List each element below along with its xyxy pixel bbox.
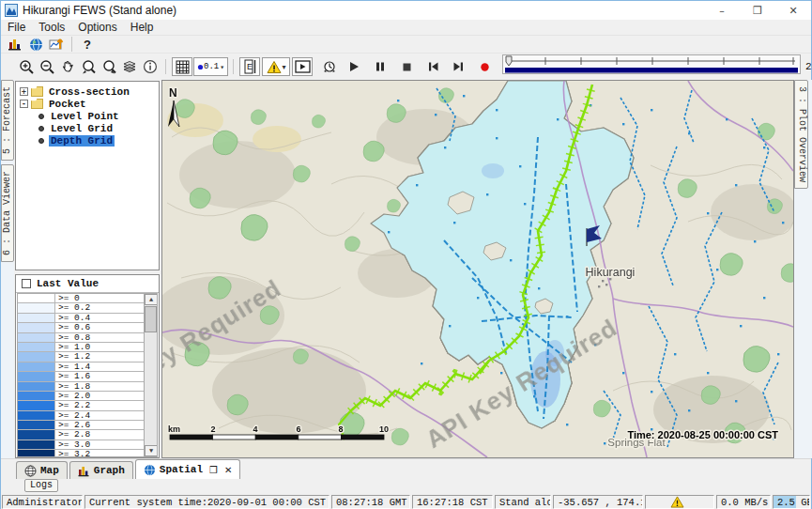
legend-row-label: >= 0 [55,294,80,302]
status-mode: Stand alone [495,495,551,509]
tree-item-level-point[interactable]: Level Point [16,110,159,122]
app-window: Hikurangi FEWS (Stand alone) – ❒ ✕ File … [0,0,812,509]
warning-icon [670,496,684,508]
chart-arrow-icon [49,37,65,52]
warning-dropdown[interactable]: ▾ [262,57,290,76]
record-button[interactable] [474,57,495,76]
warning-icon [267,60,282,74]
toolbar-separator [71,37,72,52]
ruler-button[interactable]: E [239,57,260,76]
scale-tick: 2 [210,424,215,434]
legend-row-label: >= 0.2 [55,303,90,312]
globe-icon [144,464,156,476]
threshold-dropdown[interactable]: 0.1 ▾ [193,57,228,76]
grid-display-button[interactable] [172,57,192,76]
maximize-button[interactable]: ❒ [740,1,775,20]
legend-color-swatch [18,392,55,400]
tab-close-icon[interactable]: ✕ [224,465,232,475]
tab-label: Graph [94,465,125,476]
left-tab-strip: 5 : Forecast 6 : Data Viewer [1,80,14,458]
last-value-checkbox[interactable] [22,279,31,288]
zoom-in-icon [19,59,35,75]
town-label-hikurangi: Hikurangi [586,266,636,279]
sidebar-tab-data-viewer[interactable]: 6 : Data Viewer [1,164,14,262]
current-datetime-label: 2020-08-25 00:00:00 CST [805,61,812,72]
main-area: 5 : Forecast 6 : Data Viewer + Cross-sec… [1,80,812,458]
legend-row-label: >= 2.4 [55,411,90,420]
menu-item-file[interactable]: File [1,20,32,35]
expand-toggle-icon[interactable]: + [20,87,28,96]
app-logo-icon [5,4,18,17]
menu-item-options[interactable]: Options [71,20,123,35]
tree-item-label: Level Point [49,111,121,122]
tree-item-depth-grid[interactable]: Depth Grid [16,134,159,147]
svg-text:E: E [247,62,253,71]
legend-scrollbar[interactable]: ▲ ▼ [144,294,157,456]
timeseries-dialog-button[interactable] [46,35,67,54]
status-user: Administrator [2,495,83,509]
logs-button[interactable]: Logs [24,479,58,492]
legend-row[interactable]: >= 3.2 [18,450,144,457]
menubar: File Tools Options Help [1,20,811,36]
chevron-down-icon: ▾ [220,63,224,71]
status-bar: Administrator Current system time:2020-0… [1,494,811,509]
collapse-toggle-icon[interactable]: - [20,100,28,108]
tree-item-pocket[interactable]: - Pocket [16,98,159,110]
sidebar-tab-plot-overview[interactable]: 3 : Plot Overview [794,80,808,189]
tab-map[interactable]: Map [16,461,68,479]
close-button[interactable]: ✕ [775,1,811,20]
legend-color-swatch [18,421,55,429]
play-button[interactable] [344,57,364,76]
legend-row-label: >= 0.6 [55,323,90,332]
step-forward-button[interactable] [448,57,468,76]
legend-row[interactable]: >= 0.6 [18,323,144,332]
scroll-thumb[interactable] [145,306,157,332]
tree-item-cross-section[interactable]: + Cross-section [16,85,159,98]
animation-dialog-button[interactable] [292,57,313,76]
scroll-down-button[interactable]: ▼ [145,445,158,456]
tree-item-label: Cross-section [47,86,131,98]
boxed-play-icon [295,60,311,73]
help-button[interactable]: ? [77,35,98,54]
tab-graph[interactable]: Graph [69,461,133,479]
zoom-out-button[interactable] [37,57,57,76]
tab-spatial[interactable]: Spatial ❒ ✕ [135,459,241,479]
pan-button[interactable] [57,57,78,76]
legend-color-swatch [18,303,55,312]
status-warning[interactable] [645,495,714,509]
minimize-button[interactable]: – [704,1,740,20]
timer-button[interactable] [319,57,340,76]
stop-icon [402,62,412,72]
legend-row-label: >= 2.0 [55,392,90,400]
tree-item-level-grid[interactable]: Level Grid [16,122,159,134]
tab-label: Spatial [160,464,203,475]
step-backward-button[interactable] [422,57,443,76]
sidebar-tab-forecast[interactable]: 5 : Forecast [1,80,14,161]
legend-row-label: >= 1.8 [55,382,90,391]
stop-button[interactable] [396,57,417,76]
tab-label: Map [40,465,59,476]
legend-row-label: >= 1.6 [55,372,90,380]
legend-row[interactable]: >= 1.6 [18,372,144,381]
grid-icon [176,60,190,74]
map-display-button[interactable] [25,35,46,54]
time-slider[interactable] [502,54,801,80]
ruler-icon: E [243,59,256,74]
zoom-previous-icon [81,59,97,75]
tree-item-label: Pocket [47,99,88,110]
menu-item-help[interactable]: Help [124,20,161,35]
scroll-up-button[interactable]: ▲ [145,294,158,305]
pause-button[interactable] [370,57,391,76]
pause-icon [375,61,386,72]
tab-restore-icon[interactable]: ❒ [209,465,218,475]
titlebar: Hikurangi FEWS (Stand alone) – ❒ ✕ [1,1,811,20]
menu-item-tools[interactable]: Tools [32,20,71,35]
map-viewport[interactable]: API Key Required API Key Required Hikura… [161,80,794,458]
layers-button[interactable] [119,57,140,76]
left-panel: + Cross-section - Pocket Level Point Lev… [14,80,161,458]
zoom-previous-button[interactable] [78,57,99,76]
database-display-button[interactable] [5,35,25,54]
info-button[interactable] [140,57,161,76]
zoom-in-button[interactable] [16,57,37,76]
zoom-next-button[interactable] [99,57,119,76]
